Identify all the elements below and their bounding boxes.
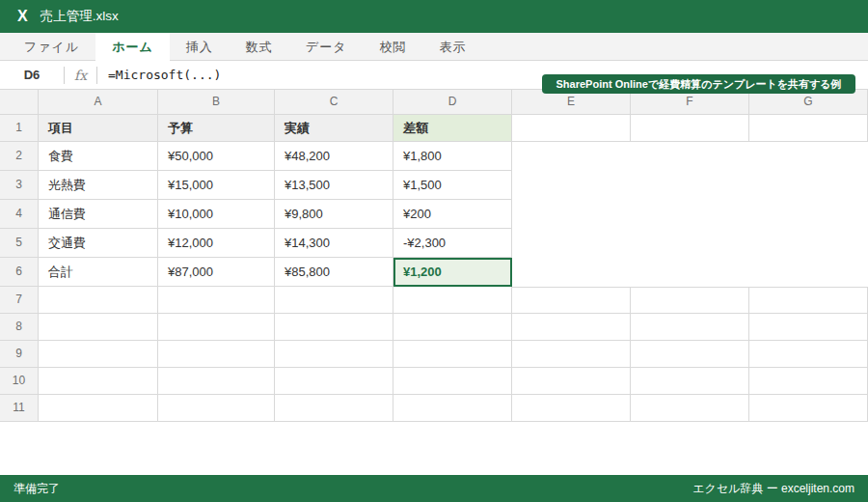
cell-G4[interactable] [749,200,868,229]
cell-F9[interactable] [631,341,749,368]
row-header-5[interactable]: 5 [0,229,39,258]
cell-A7[interactable] [39,287,158,314]
cell-G9[interactable] [749,341,868,368]
row-header-8[interactable]: 8 [0,314,39,341]
cell-F2[interactable] [631,142,749,171]
cell-C4[interactable]: ¥9,800 [275,200,393,229]
cell-B3[interactable]: ¥15,000 [158,171,275,200]
cell-F6[interactable] [631,258,749,287]
cell-E8[interactable] [512,314,631,341]
cell-C5[interactable]: ¥14,300 [275,229,393,258]
cell-F8[interactable] [631,314,749,341]
row-header-4[interactable]: 4 [0,200,39,229]
tab-insert[interactable]: 挿入 [170,33,230,61]
cell-D7[interactable] [393,287,512,314]
row-header-1[interactable]: 1 [0,115,39,142]
cell-F7[interactable] [631,287,749,314]
cell-C3[interactable]: ¥13,500 [275,171,393,200]
cell-A9[interactable] [39,341,158,368]
row-header-9[interactable]: 9 [0,341,39,368]
cell-C6[interactable]: ¥85,800 [275,258,393,287]
select-all-corner[interactable] [0,90,39,115]
cell-G11[interactable] [749,395,868,422]
cell-C1[interactable]: 実績 [275,115,393,142]
cell-D3[interactable]: ¥1,500 [393,171,512,200]
cell-C2[interactable]: ¥48,200 [275,142,393,171]
cell-B2[interactable]: ¥50,000 [158,142,275,171]
cell-C7[interactable] [275,287,393,314]
col-header-B[interactable]: B [158,90,275,115]
cell-E10[interactable] [512,368,631,395]
cell-E4[interactable] [512,200,631,229]
cell-E7[interactable] [512,287,631,314]
cell-F10[interactable] [631,368,749,395]
tab-formulas[interactable]: 数式 [230,33,289,61]
cell-C9[interactable] [275,341,393,368]
cell-E2[interactable] [512,142,631,171]
tab-review[interactable]: 校閲 [363,33,422,61]
tab-home[interactable]: ホーム [95,33,170,61]
cell-B10[interactable] [158,368,275,395]
cell-D11[interactable] [393,395,512,422]
cell-A4[interactable]: 通信費 [39,200,158,229]
cell-C8[interactable] [275,314,393,341]
cell-A10[interactable] [39,368,158,395]
cell-F1[interactable] [631,115,749,142]
cell-B7[interactable] [158,287,275,314]
row-header-2[interactable]: 2 [0,142,39,171]
row-header-3[interactable]: 3 [0,171,39,200]
cell-E1[interactable] [512,115,631,142]
cell-F5[interactable] [631,229,749,258]
cell-A6[interactable]: 合計 [39,258,158,287]
cell-D6[interactable]: ¥1,200 [393,258,512,287]
col-header-D[interactable]: D [393,90,512,115]
cell-B1[interactable]: 予算 [158,115,275,142]
fx-icon[interactable]: fx [65,68,96,83]
cell-F3[interactable] [631,171,749,200]
name-box[interactable]: D6 [0,68,64,82]
cell-E6[interactable] [512,258,631,287]
cell-A5[interactable]: 交通費 [39,229,158,258]
cell-G6[interactable] [749,258,868,287]
cell-E11[interactable] [512,395,631,422]
cell-D2[interactable]: ¥1,800 [393,142,512,171]
row-header-7[interactable]: 7 [0,287,39,314]
row-header-10[interactable]: 10 [0,368,39,395]
cell-G10[interactable] [749,368,868,395]
cell-F4[interactable] [631,200,749,229]
cell-A11[interactable] [39,395,158,422]
cell-G1[interactable] [749,115,868,142]
cell-A3[interactable]: 光熱費 [39,171,158,200]
cell-C10[interactable] [275,368,393,395]
cell-B4[interactable]: ¥10,000 [158,200,275,229]
cell-G2[interactable] [749,142,868,171]
cell-E3[interactable] [512,171,631,200]
cell-A2[interactable]: 食費 [39,142,158,171]
row-header-6[interactable]: 6 [0,258,39,287]
cell-B6[interactable]: ¥87,000 [158,258,275,287]
tab-file[interactable]: ファイル [8,33,95,61]
cell-D5[interactable]: -¥2,300 [393,229,512,258]
cell-B5[interactable]: ¥12,000 [158,229,275,258]
cell-B8[interactable] [158,314,275,341]
cell-D8[interactable] [393,314,512,341]
cell-G8[interactable] [749,314,868,341]
col-header-A[interactable]: A [39,90,158,115]
cell-B9[interactable] [158,341,275,368]
cell-B11[interactable] [158,395,275,422]
cell-E5[interactable] [512,229,631,258]
cell-G7[interactable] [749,287,868,314]
cell-G3[interactable] [749,171,868,200]
cell-D10[interactable] [393,368,512,395]
cell-E9[interactable] [512,341,631,368]
cell-C11[interactable] [275,395,393,422]
tab-data[interactable]: データ [289,33,364,61]
cell-D1[interactable]: 差額 [393,115,512,142]
col-header-C[interactable]: C [275,90,393,115]
cell-D4[interactable]: ¥200 [393,200,512,229]
cell-A8[interactable] [39,314,158,341]
cell-G5[interactable] [749,229,868,258]
cell-F11[interactable] [631,395,749,422]
cell-A1[interactable]: 項目 [39,115,158,142]
row-header-11[interactable]: 11 [0,395,39,422]
